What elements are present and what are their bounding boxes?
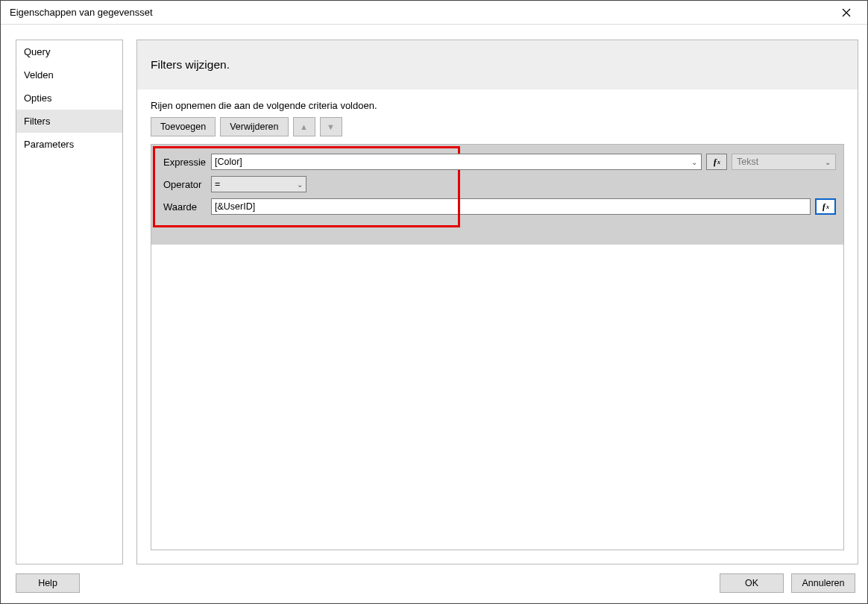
content-area: Query Velden Opties Filters Parameters F… (1, 25, 867, 564)
operator-label: Operator (159, 179, 205, 190)
value-fx-button[interactable]: ƒx (815, 198, 836, 215)
arrow-down-icon: ▼ (327, 122, 335, 131)
help-button[interactable]: Help (16, 573, 80, 593)
chevron-down-icon: ⌄ (691, 158, 697, 166)
sidebar-item-opties[interactable]: Opties (16, 86, 122, 110)
window-title: Eigenschappen van gegevensset (10, 7, 153, 18)
sidebar: Query Velden Opties Filters Parameters (16, 40, 123, 564)
close-button[interactable] (831, 2, 861, 23)
value-row: Waarde ƒx (159, 195, 836, 218)
expression-row: Expressie ⌄ ƒx Tekst ⌄ (159, 151, 836, 173)
filter-row[interactable]: Expressie ⌄ ƒx Tekst ⌄ (151, 145, 843, 224)
filter-toolbar: Toevoegen Verwijderen ▲ ▼ (137, 117, 858, 144)
operator-select[interactable]: = ⌄ (211, 176, 306, 192)
empty-area (151, 245, 843, 550)
sidebar-item-velden[interactable]: Velden (16, 63, 122, 86)
expression-fx-button[interactable]: ƒx (706, 154, 727, 170)
datatype-select[interactable]: Tekst ⌄ (732, 154, 836, 170)
value-label: Waarde (159, 201, 205, 213)
cancel-button[interactable]: Annuleren (791, 573, 855, 593)
sidebar-item-query[interactable]: Query (16, 40, 122, 63)
expression-dropdown-button[interactable]: ⌄ (687, 154, 702, 170)
sidebar-item-parameters[interactable]: Parameters (16, 133, 122, 156)
move-down-button[interactable]: ▼ (320, 117, 342, 136)
panel-heading: Filters wijzigen. (137, 40, 858, 89)
move-up-button[interactable]: ▲ (293, 117, 315, 136)
titlebar: Eigenschappen van gegevensset (1, 1, 867, 25)
dialog-footer: Help OK Annuleren (1, 564, 867, 603)
sidebar-item-filters[interactable]: Filters (16, 110, 122, 133)
filter-row-separator (151, 224, 843, 245)
add-button[interactable]: Toevoegen (151, 117, 216, 136)
operator-row: Operator = ⌄ (159, 173, 836, 195)
chevron-down-icon: ⌄ (825, 158, 831, 166)
main-panel: Filters wijzigen. Rijen opnemen die aan … (136, 40, 858, 564)
panel-description: Rijen opnemen die aan de volgende criter… (137, 89, 858, 117)
value-input[interactable] (211, 198, 811, 215)
operator-value: = (215, 179, 220, 189)
ok-button[interactable]: OK (720, 573, 784, 593)
chevron-down-icon: ⌄ (297, 180, 303, 189)
close-icon (842, 8, 851, 17)
datatype-value: Tekst (737, 157, 758, 167)
expression-label: Expressie (159, 157, 205, 168)
filter-list: Expressie ⌄ ƒx Tekst ⌄ (151, 144, 844, 550)
expression-input[interactable] (211, 154, 687, 170)
arrow-up-icon: ▲ (300, 122, 308, 131)
delete-button[interactable]: Verwijderen (220, 117, 288, 136)
dialog-window: Eigenschappen van gegevensset Query Veld… (0, 0, 868, 604)
